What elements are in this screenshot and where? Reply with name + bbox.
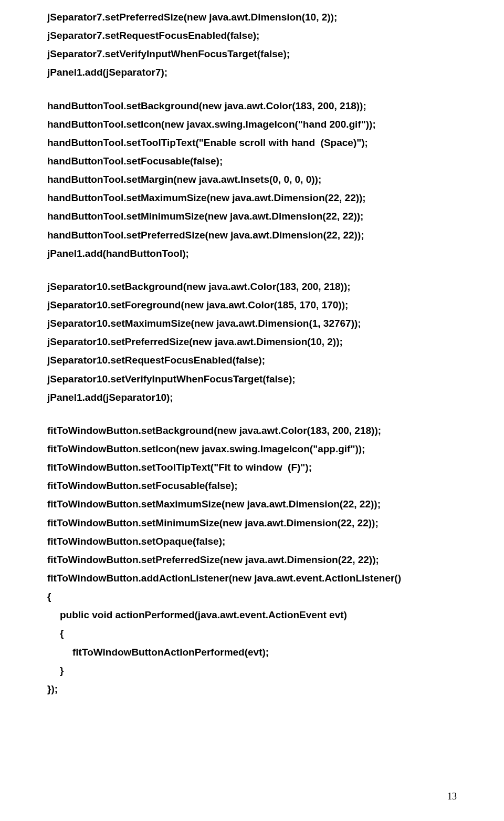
code-line: fitToWindowButton.setFocusable(false); xyxy=(47,476,457,495)
paragraph-gap xyxy=(47,263,457,277)
code-line: fitToWindowButton.setOpaque(false); xyxy=(47,532,457,550)
code-line: handButtonTool.setFocusable(false); xyxy=(47,152,457,170)
code-block: jSeparator7.setPreferredSize(new java.aw… xyxy=(47,8,457,698)
code-line: jSeparator10.setRequestFocusEnabled(fals… xyxy=(47,351,457,369)
code-line: }); xyxy=(47,680,457,698)
code-line: fitToWindowButton.setToolTipText("Fit to… xyxy=(47,458,457,476)
code-line: fitToWindowButton.setMaximumSize(new jav… xyxy=(47,495,457,513)
code-line: handButtonTool.setMargin(new java.awt.In… xyxy=(47,170,457,189)
code-line: { xyxy=(47,624,457,642)
code-line: jSeparator10.setBackground(new java.awt.… xyxy=(47,277,457,296)
code-line: jSeparator10.setMaximumSize(new java.awt… xyxy=(47,314,457,332)
code-line: jSeparator10.setVerifyInputWhenFocusTarg… xyxy=(47,370,457,388)
paragraph-gap xyxy=(47,407,457,421)
code-line: fitToWindowButtonActionPerformed(evt); xyxy=(47,643,457,661)
code-line: jSeparator10.setPreferredSize(new java.a… xyxy=(47,332,457,351)
page-number: 13 xyxy=(447,788,457,805)
code-line: handButtonTool.setBackground(new java.aw… xyxy=(47,97,457,115)
code-line: handButtonTool.setToolTipText("Enable sc… xyxy=(47,133,457,152)
code-line: jSeparator7.setRequestFocusEnabled(false… xyxy=(47,26,457,45)
code-line: jSeparator7.setPreferredSize(new java.aw… xyxy=(47,8,457,26)
code-line: fitToWindowButton.setIcon(new javax.swin… xyxy=(47,440,457,458)
code-line: jPanel1.add(handButtonTool); xyxy=(47,244,457,263)
paragraph-gap xyxy=(47,82,457,97)
code-line: } xyxy=(47,661,457,680)
code-line: jSeparator10.setForeground(new java.awt.… xyxy=(47,296,457,314)
code-line: jPanel1.add(jSeparator10); xyxy=(47,388,457,407)
document-page: jSeparator7.setPreferredSize(new java.aw… xyxy=(0,0,504,821)
code-line: jPanel1.add(jSeparator7); xyxy=(47,63,457,81)
code-line: public void actionPerformed(java.awt.eve… xyxy=(47,606,457,624)
code-line: fitToWindowButton.setBackground(new java… xyxy=(47,421,457,440)
code-line: fitToWindowButton.setPreferredSize(new j… xyxy=(47,550,457,569)
code-line: handButtonTool.setIcon(new javax.swing.I… xyxy=(47,115,457,133)
code-line: handButtonTool.setMinimumSize(new java.a… xyxy=(47,207,457,225)
code-line: { xyxy=(47,587,457,606)
code-line: jSeparator7.setVerifyInputWhenFocusTarge… xyxy=(47,45,457,63)
code-line: handButtonTool.setMaximumSize(new java.a… xyxy=(47,189,457,207)
code-line: handButtonTool.setPreferredSize(new java… xyxy=(47,226,457,244)
code-line: fitToWindowButton.addActionListener(new … xyxy=(47,569,457,587)
code-line: fitToWindowButton.setMinimumSize(new jav… xyxy=(47,514,457,532)
